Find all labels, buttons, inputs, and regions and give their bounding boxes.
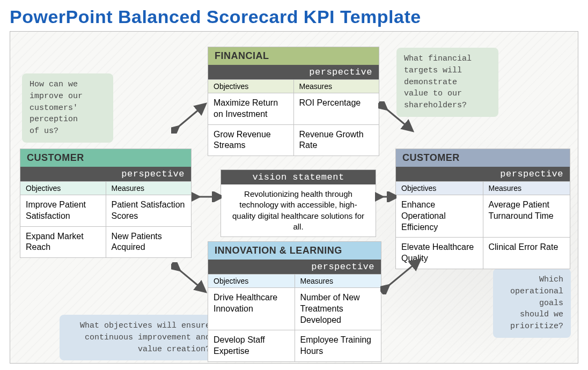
arrow-icon [171, 262, 209, 294]
col-objectives: Objectives [208, 79, 293, 93]
measure-cell: Clinical Error Rate [483, 237, 570, 269]
objective-cell: Develop Staff Expertise [208, 330, 295, 361]
vision-body: Revolutionizing health through technolog… [221, 184, 376, 236]
card-financial-title: FINANCIAL [208, 47, 379, 65]
measure-cell: Number of New Treatments Developed [295, 287, 381, 330]
objective-cell: Enhance Operational Efficiency [396, 195, 483, 237]
col-objectives: Objectives [208, 274, 295, 287]
col-measures: Measures [293, 79, 379, 93]
col-objectives: Objectives [396, 181, 483, 195]
card-customer-left: CUSTOMER perspective Objectives Measures… [20, 149, 192, 258]
vision-header: vision statement [221, 170, 376, 184]
col-objectives: Objectives [20, 181, 106, 195]
objective-cell: Expand Market Reach [20, 226, 106, 258]
measure-cell: New Patients Acquired [106, 226, 192, 258]
arrow-icon [171, 101, 209, 134]
card-innovation-title: INNOVATION & LEARNING [208, 242, 381, 260]
objective-cell: Drive Healthcare Innovation [208, 287, 295, 330]
perspective-label: perspective [20, 167, 191, 181]
svg-line-9 [177, 268, 202, 289]
measure-cell: ROI Percentage [293, 93, 379, 124]
measure-cell: Employee Training Hours [295, 330, 381, 361]
page-title: PowerPoint Balanced Scorecard KPI Templa… [0, 0, 588, 32]
objective-cell: Grow Revenue Streams [208, 124, 293, 156]
card-customer-right-title: CUSTOMER [396, 149, 570, 167]
perspective-label: perspective [396, 167, 570, 181]
perspective-label: perspective [208, 65, 379, 79]
col-measures: Measures [295, 274, 381, 287]
measure-cell: Patient Satisfaction Scores [106, 195, 192, 226]
col-measures: Measures [106, 181, 192, 195]
svg-line-1 [175, 107, 202, 129]
measure-cell: Average Patient Turnaround Time [483, 195, 570, 237]
card-customer-left-title: CUSTOMER [20, 149, 191, 167]
col-measures: Measures [483, 181, 570, 195]
vision-statement: vision statement Revolutionizing health … [220, 169, 376, 237]
note-financial-question: What financial targets will demonstrate … [396, 48, 498, 117]
card-innovation: INNOVATION & LEARNING perspective Object… [208, 241, 381, 362]
card-customer-right: CUSTOMER perspective Objectives Measures… [395, 149, 570, 269]
note-customer-question: How can we improve our customers' percep… [22, 73, 113, 143]
note-innovation-question: What objectives will ensure continuous i… [60, 315, 218, 360]
note-internal-question: Which operational goals should we priori… [493, 269, 571, 338]
card-financial: FINANCIAL perspective Objectives Measure… [208, 47, 379, 156]
arrow-icon [375, 191, 396, 202]
perspective-label: perspective [208, 260, 381, 274]
arrow-icon [192, 191, 222, 202]
objective-cell: Maximize Return on Investment [208, 93, 293, 124]
objective-cell: Improve Patient Satisfaction [20, 195, 106, 226]
objective-cell: Elevate Healthcare Quality [396, 237, 483, 269]
scorecard-canvas: How can we improve our customers' percep… [10, 31, 578, 364]
measure-cell: Revenue Growth Rate [293, 124, 379, 156]
